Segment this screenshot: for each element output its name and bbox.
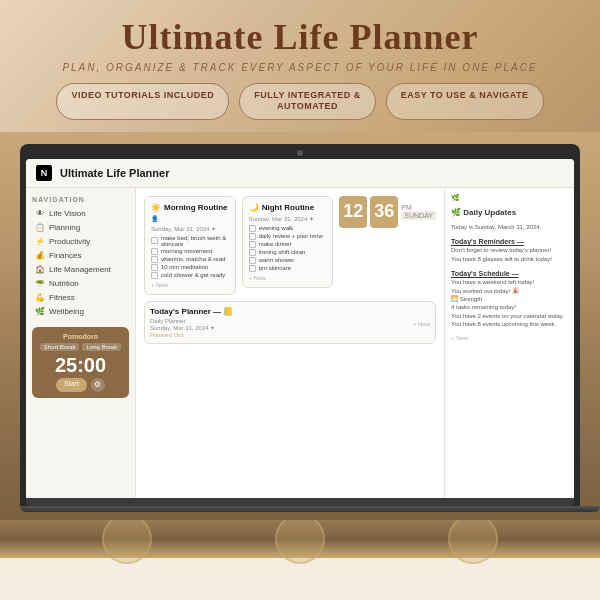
morning-routine-icon: ☀️ xyxy=(151,203,161,212)
bottom-decorative-area xyxy=(0,520,600,558)
notion-page-title: Ultimate Life Planner xyxy=(60,167,169,179)
nav-label: Planning xyxy=(49,223,80,232)
planning-icon: 📋 xyxy=(35,223,45,233)
notion-logo: N xyxy=(36,165,52,181)
reminder-0: Don't forget to review today's planner! xyxy=(451,246,568,254)
sidebar-item-productivity[interactable]: ⚡ Productivity xyxy=(32,235,129,249)
sidebar-item-finances[interactable]: 💰 Finances xyxy=(32,249,129,263)
bottom-circle-center xyxy=(275,514,325,564)
clock-ampm: PM xyxy=(401,204,436,211)
badge-1: FULLY INTEGRATED & AUTOMATED xyxy=(239,83,375,120)
badge-2: EASY TO USE & NAVIGATE xyxy=(386,83,544,120)
task-item: pm skincare xyxy=(249,265,327,272)
task-checkbox[interactable] xyxy=(151,248,158,255)
clock-display: 12 36 PM SUNDAY xyxy=(339,196,436,228)
reminders-section: Today's Reminders — Don't forget to revi… xyxy=(451,238,568,263)
subtitle: PLAN, ORGANIZE & TRACK EVERY ASPECT OF Y… xyxy=(20,62,580,73)
task-item: ironing shift clean xyxy=(249,249,327,256)
schedule-section: Today's Schedule — You have a weekend le… xyxy=(451,270,568,328)
task-checkbox[interactable] xyxy=(249,257,256,264)
notion-header: N Ultimate Life Planner xyxy=(26,159,574,188)
laptop-bottom xyxy=(26,498,574,506)
laptop-screen: N Ultimate Life Planner NAVIGATION 👁 Lif… xyxy=(26,159,574,498)
pomodoro-controls: Start ⚙ xyxy=(38,378,123,392)
daily-updates-title: 🌿 Daily Updates xyxy=(451,208,568,217)
pomodoro-time: 25:00 xyxy=(38,355,123,375)
nav-label: Nutrition xyxy=(49,279,79,288)
life-vision-icon: 👁 xyxy=(35,209,45,219)
nav-label: Wellbeing xyxy=(49,307,84,316)
task-item: evening walk xyxy=(249,225,327,232)
right-sun-icon: 🌿 xyxy=(451,194,568,202)
todays-planner-card: Today's Planner — 📒 Daily Planner Sunday… xyxy=(144,301,436,344)
nav-label: Productivity xyxy=(49,237,90,246)
planner-date: Sunday, Mar 31, 2024 ✦ xyxy=(150,324,407,331)
life-mgmt-icon: 🏠 xyxy=(35,265,45,275)
planner-title: Today's Planner — 📒 xyxy=(150,307,430,316)
fitness-icon: 💪 xyxy=(35,293,45,303)
task-item: 10 min meditation xyxy=(151,264,229,271)
clock-minute: 36 xyxy=(370,196,398,228)
pomodoro-buttons: Short Break Long Break xyxy=(38,343,123,351)
morning-routine-card: ☀️ Morning Routine 👤 Sunday, Mar 31, 202… xyxy=(144,196,236,295)
laptop-container: N Ultimate Life Planner NAVIGATION 👁 Lif… xyxy=(0,132,600,520)
task-checkbox[interactable] xyxy=(249,265,256,272)
schedule-4: You have 2 events on your calendar today… xyxy=(451,312,568,320)
clock-day: SUNDAY xyxy=(401,211,436,220)
planner-add-btn[interactable]: + New xyxy=(413,321,430,327)
night-routine-icon: 🌙 xyxy=(249,203,259,212)
wellbeing-icon: 🌿 xyxy=(35,307,45,317)
nav-label: Fitness xyxy=(49,293,75,302)
task-item: daily review + plan tmrw xyxy=(249,233,327,240)
short-break-btn[interactable]: Short Break xyxy=(40,343,80,351)
sidebar-item-life-vision[interactable]: 👁 Life Vision xyxy=(32,207,129,221)
reminder-1: You have 8 glasses left to drink today! xyxy=(451,255,568,263)
task-checkbox[interactable] xyxy=(151,237,158,244)
clock-area: 12 36 PM SUNDAY xyxy=(339,196,436,228)
nav-label: Life Vision xyxy=(49,209,86,218)
task-checkbox[interactable] xyxy=(249,233,256,240)
laptop-outer: N Ultimate Life Planner NAVIGATION 👁 Lif… xyxy=(20,144,580,506)
night-routine-add-btn[interactable]: + New xyxy=(249,275,327,281)
finances-icon: 💰 xyxy=(35,251,45,261)
task-checkbox[interactable] xyxy=(249,225,256,232)
routines-row: ☀️ Morning Routine 👤 Sunday, Mar 31, 202… xyxy=(144,196,436,295)
morning-routine-title: ☀️ Morning Routine xyxy=(151,203,229,212)
page-title: Ultimate Life Planner xyxy=(20,18,580,58)
task-checkbox[interactable] xyxy=(249,241,256,248)
night-routine-card: 🌙 Night Routine Sunday, Mar 31, 2024 ✦ e… xyxy=(242,196,334,288)
main-content: ☀️ Morning Routine 👤 Sunday, Mar 31, 202… xyxy=(136,188,444,498)
schedule-1: You worked out today! 🎉 xyxy=(451,287,568,295)
morning-routine-date: Sunday, Mar 31, 2024 ✦ xyxy=(151,225,229,232)
task-checkbox[interactable] xyxy=(151,256,158,263)
pomodoro-start-btn[interactable]: Start xyxy=(56,378,87,392)
schedule-5: You have 8 events upcoming this week. xyxy=(451,320,568,328)
task-checkbox[interactable] xyxy=(151,264,158,271)
sidebar-item-fitness[interactable]: 💪 Fitness xyxy=(32,291,129,305)
nav-label: Finances xyxy=(49,251,81,260)
badge-0: VIDEO TUTORIALS INCLUDED xyxy=(56,83,229,120)
reminders-title: Today's Reminders — xyxy=(451,238,568,245)
sidebar-item-life-management[interactable]: 🏠 Life Management xyxy=(32,263,129,277)
sidebar-item-nutrition[interactable]: 🥗 Nutrition xyxy=(32,277,129,291)
task-item: vitamins, matcha & read xyxy=(151,256,229,263)
task-item: warm shower xyxy=(249,257,327,264)
task-checkbox[interactable] xyxy=(249,249,256,256)
sidebar-item-wellbeing[interactable]: 🌿 Wellbeing xyxy=(32,305,129,319)
task-item: cold shower & get ready xyxy=(151,272,229,279)
schedule-0: You have a weekend left today! xyxy=(451,278,568,286)
task-checkbox[interactable] xyxy=(151,272,158,279)
task-item: make bed, brush teeth & skincare xyxy=(151,235,229,247)
schedule-3: 4 tasks remaining today! xyxy=(451,303,568,311)
daily-updates-intro: Today is Sunday, March 31, 2024. xyxy=(451,223,568,231)
planner-status: Planned Out xyxy=(150,332,407,338)
long-break-btn[interactable]: Long Break xyxy=(82,343,121,351)
schedule-title: Today's Schedule — xyxy=(451,270,568,277)
sidebar-item-planning[interactable]: 📋 Planning xyxy=(32,221,129,235)
pomodoro-settings-icon[interactable]: ⚙ xyxy=(91,378,105,392)
morning-routine-add-btn[interactable]: + New xyxy=(151,282,229,288)
bottom-circle-left xyxy=(102,514,152,564)
bottom-circle-right xyxy=(448,514,498,564)
daily-updates-add-btn[interactable]: + New xyxy=(451,335,568,341)
night-routine-date: Sunday, Mar 31, 2024 ✦ xyxy=(249,215,327,222)
